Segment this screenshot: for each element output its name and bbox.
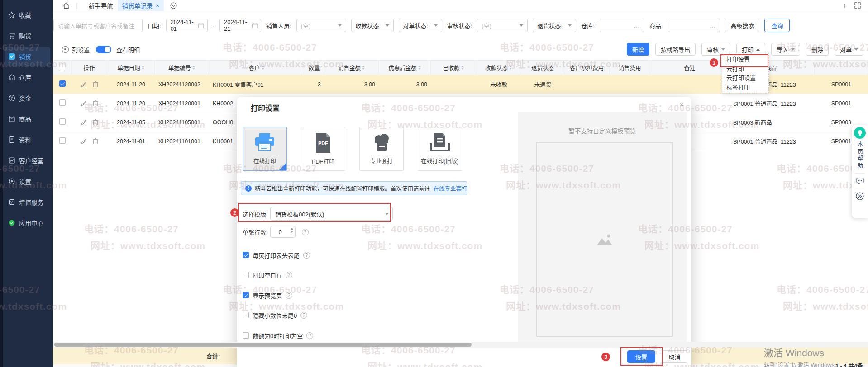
calendar-icon	[198, 23, 204, 28]
salesperson-select[interactable]: (空)	[296, 19, 346, 32]
col-date[interactable]: 单据日期	[107, 61, 155, 75]
delete-button[interactable]: 删除	[806, 43, 829, 56]
menu-item-label-print[interactable]: 标签打印	[722, 83, 768, 93]
help-icon[interactable]: ?	[286, 292, 292, 299]
tab-sales-records[interactable]: 销货单记录 ×	[118, 0, 164, 11]
option-checkbox[interactable]	[243, 272, 249, 278]
option-checkbox[interactable]	[243, 332, 249, 339]
fullscreen-icon[interactable]	[854, 2, 861, 9]
sidebar-item-value-services[interactable]: 增值服务	[5, 192, 50, 212]
notice-link[interactable]: 在线专业套打设置	[434, 184, 467, 193]
rows-label: 单张行数:	[243, 228, 270, 236]
rows-stepper[interactable]: 0	[270, 226, 296, 238]
menu-item-cloud-print-settings[interactable]: 云打印设置	[722, 74, 768, 83]
edit-icon[interactable]	[81, 119, 87, 125]
template-select[interactable]: 销货模板002(默认)	[270, 207, 393, 221]
scrollbar-thumb[interactable]	[54, 343, 472, 347]
column-settings-icon[interactable]	[62, 46, 69, 53]
help-icon[interactable]: ?	[300, 312, 307, 319]
edit-icon[interactable]	[81, 138, 87, 144]
stepper-arrows[interactable]	[291, 228, 293, 233]
home-button[interactable]	[63, 2, 70, 9]
sidebar-item-settings[interactable]: 设置	[5, 171, 50, 191]
tab-newbie-guide[interactable]: 新手导航	[84, 0, 118, 11]
col-received[interactable]: 已收款	[431, 61, 476, 75]
warehouse-input[interactable]: …	[600, 19, 644, 32]
trash-icon[interactable]	[93, 81, 98, 87]
match-button[interactable]: 对单	[835, 43, 863, 56]
import-button[interactable]: 导入	[771, 43, 800, 56]
sidebar-item-purchase[interactable]: 购货	[5, 26, 50, 46]
menu-item-print-settings[interactable]: 打印设置	[722, 55, 768, 65]
search-input[interactable]: 请输入单据号或客户名或备注	[53, 19, 143, 32]
cancel-button[interactable]: 取消	[662, 350, 687, 363]
date-from-input[interactable]: 2024-11-01	[166, 19, 208, 32]
help-icon[interactable]: ?	[286, 272, 292, 278]
sidebar-item-favorites[interactable]: 收藏	[5, 5, 50, 25]
sidebar-item-customer-ops[interactable]: 客户经营	[5, 151, 50, 170]
help-bulb-button[interactable]	[854, 127, 866, 139]
feedback-chat-icon[interactable]	[856, 177, 864, 184]
row-checkbox[interactable]	[59, 118, 66, 125]
divider	[855, 173, 865, 174]
trash-icon[interactable]	[93, 138, 98, 144]
close-tab-icon[interactable]: ×	[156, 2, 159, 9]
col-amount[interactable]: 销售金额	[324, 61, 379, 75]
notice-text: 精斗云推出全新打印功能，可快速在线配置打印模版。首次使用请前往	[255, 184, 430, 193]
col-after-discount[interactable]: 优惠后金额	[379, 61, 431, 75]
confirm-settings-button[interactable]: 设置	[627, 350, 655, 363]
help-icon[interactable]: ?	[306, 332, 313, 339]
return-status-select[interactable]: 退货状态:	[533, 19, 576, 32]
print-type-professional[interactable]: 专业套打	[359, 127, 404, 171]
print-type-online[interactable]: 在线打印	[243, 127, 287, 171]
option-checkbox[interactable]	[243, 292, 249, 298]
tab-bar: | 新手导航 销货单记录 × ↑	[53, 0, 868, 11]
option-checkbox[interactable]	[243, 312, 249, 318]
sidebar-item-goods[interactable]: 商品	[5, 109, 50, 129]
edit-icon[interactable]	[81, 100, 87, 106]
collapse-chevrons-icon[interactable]	[856, 192, 864, 200]
option-checkbox[interactable]	[243, 252, 249, 258]
col-customer[interactable]: 客户	[209, 61, 304, 75]
audit-label: 审核	[707, 45, 719, 54]
sidebar-item-funds[interactable]: 资金	[5, 88, 50, 108]
add-button[interactable]: 新增	[627, 43, 649, 56]
select-all-checkbox[interactable]	[53, 61, 72, 75]
row-checkbox[interactable]	[59, 80, 66, 87]
value-service-icon	[8, 198, 15, 206]
sidebar-item-data[interactable]: 资料	[5, 130, 50, 150]
help-widget-label[interactable]: 本页帮助	[856, 141, 864, 169]
export-by-route-button[interactable]: 按线路导出	[655, 43, 696, 56]
col-no[interactable]: 单据编号	[155, 61, 209, 75]
row-checkbox[interactable]	[59, 99, 66, 106]
col-pay-status[interactable]: 收款状态	[476, 61, 521, 75]
date-to-input[interactable]: 2024-11-21	[219, 19, 261, 32]
notice-banner: ! 精斗云推出全新打印功能，可快速在线配置打印模版。首次使用请前往 在线专业套打…	[241, 181, 467, 195]
cell-product: SP0001 普通商品_11223	[730, 137, 815, 146]
print-type-online-legacy[interactable]: 在线打印(旧版)	[418, 127, 462, 171]
print-type-pdf[interactable]: PDF PDF打印	[301, 127, 345, 171]
product-input[interactable]: …	[668, 19, 720, 32]
help-icon[interactable]: ?	[303, 252, 310, 259]
col-customer-fee: 客户承担费用	[564, 61, 610, 75]
audit-status-select[interactable]: (空)	[477, 19, 528, 32]
query-button[interactable]: 查询	[764, 19, 790, 32]
sidebar-item-warehouse[interactable]: 仓库	[5, 67, 50, 87]
close-icon[interactable]: ×	[680, 101, 684, 109]
col-remark: 备注	[650, 61, 730, 75]
sidebar-item-app-center[interactable]: 应用中心	[5, 213, 50, 233]
trash-icon[interactable]	[93, 100, 98, 106]
help-icon[interactable]: ?	[302, 229, 309, 235]
row-checkbox[interactable]	[59, 137, 66, 144]
recent-tabs-button[interactable]	[170, 2, 177, 9]
trash-icon[interactable]	[93, 119, 98, 125]
edit-icon[interactable]	[81, 81, 87, 87]
sidebar-item-sales[interactable]: 销货	[5, 47, 50, 66]
pay-status-select[interactable]: 收款状态:	[351, 19, 394, 32]
menu-item-cloud-print[interactable]: 云打印	[722, 65, 768, 74]
chevron-down-icon	[338, 24, 342, 27]
scroll-top-icon[interactable]: ↑	[843, 2, 846, 9]
advanced-search-button[interactable]: 高级搜索	[725, 19, 759, 32]
detail-toggle[interactable]	[96, 46, 111, 53]
match-status-select[interactable]: 对单状态:	[399, 19, 442, 32]
